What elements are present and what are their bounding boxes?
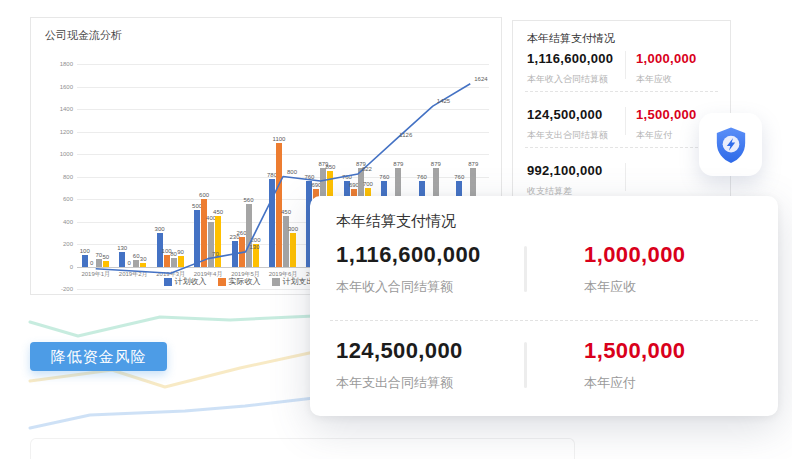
column-divider: [524, 246, 527, 292]
line-value-label: 800: [287, 169, 297, 175]
line-value-label: 130: [250, 244, 260, 250]
metric-value: 124,500,000: [336, 338, 463, 364]
chart-title: 公司现金流分析: [45, 28, 122, 43]
y-axis-tick-label: 1000: [33, 151, 73, 157]
metric-label: 本年应收: [636, 73, 672, 86]
metric-value: 992,100,000: [527, 163, 603, 178]
metric-label: 本年收入合同结算额: [527, 73, 608, 86]
y-axis-tick-label: 1200: [33, 129, 73, 135]
background-line-blue: [30, 398, 314, 428]
row-divider: [525, 147, 718, 148]
popup-title: 本年结算支付情况: [336, 212, 456, 231]
y-axis-tick-label: 0: [33, 264, 73, 270]
settlement-panel-title: 本年结算支付情况: [527, 31, 615, 46]
metric-value: 1,000,000: [584, 242, 685, 268]
line-value-label: 70: [212, 251, 219, 257]
legend-label: 实际收入: [229, 276, 261, 287]
legend-label: 计划收入: [175, 276, 207, 287]
y-axis-tick-label: 1600: [33, 84, 73, 90]
column-divider: [625, 107, 626, 135]
metric-value: 1,000,000: [636, 51, 697, 66]
column-divider: [524, 342, 527, 388]
metric-label: 本年应收: [584, 278, 636, 296]
metric-label: 本年支出合同结算额: [527, 129, 608, 142]
legend-item: 实际收入: [218, 276, 261, 287]
y-axis-tick-label: 200: [33, 241, 73, 247]
column-divider: [625, 163, 626, 191]
metric-label: 本年收入合同结算额: [336, 278, 453, 296]
legend-item: 计划支出: [272, 276, 315, 287]
y-axis-tick-label: 1400: [33, 106, 73, 112]
metric-label: 本年应付: [584, 374, 636, 392]
row-divider: [330, 320, 758, 321]
metric-value: 124,500,000: [527, 107, 603, 122]
legend-swatch: [164, 278, 172, 286]
y-axis-tick-label: 600: [33, 196, 73, 202]
y-axis-tick-label: 1800: [33, 61, 73, 67]
metric-value: 1,500,000: [584, 338, 685, 364]
settlement-popup-card: 本年结算支付情况 1,116,600,000 本年收入合同结算额 1,000,0…: [310, 196, 778, 416]
background-line-teal: [30, 316, 314, 336]
metric-value: 1,500,000: [636, 107, 697, 122]
line-value-label: 822: [362, 166, 372, 172]
line-value-label: 1126: [399, 132, 412, 138]
legend-swatch: [218, 278, 226, 286]
risk-tag: 降低资金风险: [30, 342, 167, 371]
row-divider: [525, 91, 718, 92]
shield-lightning-icon: [711, 123, 751, 167]
metric-label: 本年应付: [636, 129, 672, 142]
column-divider: [625, 51, 626, 79]
metric-label: 本年支出合同结算额: [336, 374, 453, 392]
legend-swatch: [272, 278, 280, 286]
y-axis-tick-label: 800: [33, 174, 73, 180]
metric-value: 1,116,600,000: [336, 242, 481, 268]
metric-value: 1,116,600,000: [527, 51, 613, 66]
shield-badge-card: [699, 113, 762, 176]
y-axis-tick-label: 400: [33, 219, 73, 225]
line-value-label: 1425: [437, 98, 450, 104]
line-value-label: 1624: [474, 76, 487, 82]
legend-item: 计划收入: [164, 276, 207, 287]
